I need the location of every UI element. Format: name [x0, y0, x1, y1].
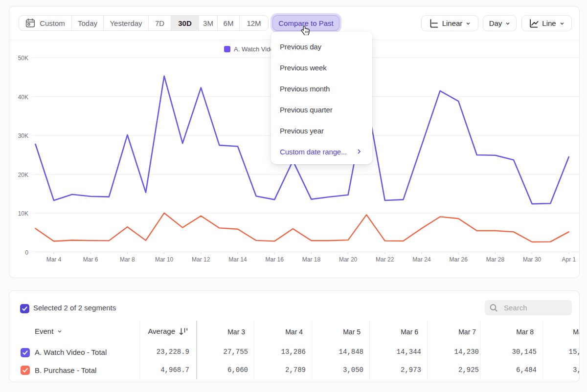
svg-text:Mar 16: Mar 16	[266, 256, 284, 263]
svg-text:20K: 20K	[18, 172, 28, 178]
svg-text:Apr 1: Apr 1	[562, 256, 576, 263]
svg-text:Mar 26: Mar 26	[450, 256, 468, 263]
svg-text:Mar 14: Mar 14	[228, 256, 247, 263]
svg-text:50K: 50K	[18, 55, 28, 62]
svg-text:Mar 20: Mar 20	[339, 256, 358, 263]
svg-text:Mar 8: Mar 8	[120, 256, 135, 263]
svg-text:10K: 10K	[18, 210, 28, 217]
svg-text:Mar 30: Mar 30	[523, 256, 542, 263]
svg-text:Mar 4: Mar 4	[46, 256, 62, 263]
svg-text:Mar 28: Mar 28	[486, 256, 505, 263]
svg-text:Mar 18: Mar 18	[302, 256, 321, 263]
svg-text:40K: 40K	[18, 94, 28, 101]
svg-text:Mar 12: Mar 12	[192, 256, 210, 263]
svg-text:Mar 10: Mar 10	[155, 256, 174, 263]
svg-text:Mar 22: Mar 22	[376, 256, 394, 263]
svg-text:30K: 30K	[18, 132, 28, 139]
svg-text:Mar 24: Mar 24	[412, 256, 431, 263]
svg-text:0: 0	[25, 249, 28, 256]
svg-text:Mar 6: Mar 6	[83, 256, 98, 263]
